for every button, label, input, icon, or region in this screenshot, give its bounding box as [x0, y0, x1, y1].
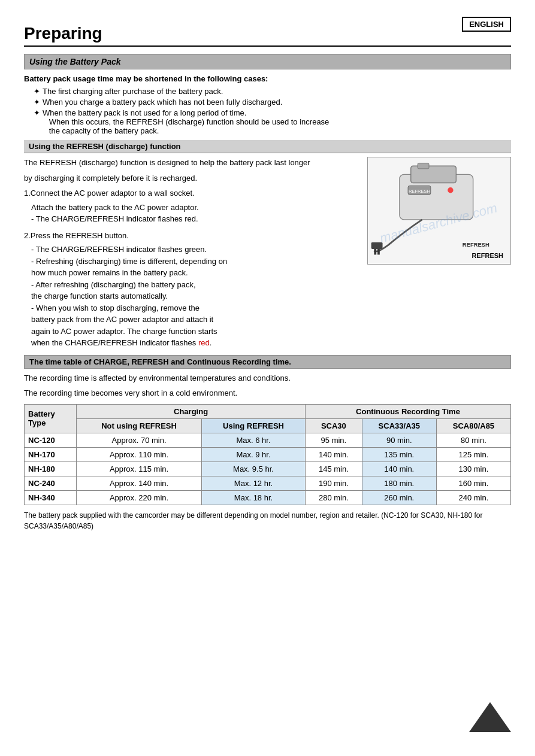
warning-text: Battery pack usage time may be shortened…	[24, 74, 511, 83]
subsection2-header: Using the REFRESH (discharge) function	[24, 140, 511, 153]
svg-point-5	[448, 187, 453, 193]
cell-not-refresh: Approx. 70 min.	[77, 433, 202, 447]
cell-sca33: 90 min.	[362, 433, 436, 447]
page-number-container: 23	[469, 702, 511, 732]
cell-battery-type: NH-180	[25, 462, 77, 476]
table-row: NH-170 Approx. 110 min. Max. 9 hr. 140 m…	[25, 447, 511, 462]
refresh-label: REFRESH	[471, 252, 503, 259]
cell-sca80: 130 min.	[436, 462, 510, 476]
step2-sub9: when the CHARGE/REFRESH indicator flashe…	[31, 337, 358, 349]
intro-text2: by discharging it completely before it i…	[24, 172, 358, 184]
cell-not-refresh: Approx. 220 min.	[77, 490, 202, 505]
timetable-note2: The recording time becomes very short in…	[24, 387, 511, 399]
table-row: NH-180 Approx. 115 min. Max. 9.5 hr. 145…	[25, 462, 511, 476]
svg-text:REFRESH: REFRESH	[409, 189, 430, 194]
step2-sub1: - The CHARGE/REFRESH indicator flashes g…	[31, 244, 358, 256]
step2-sub6: - When you wish to stop discharging, rem…	[31, 302, 358, 314]
cell-sca30: 140 min.	[306, 447, 362, 462]
bullet-list: ✦ The first charging after purchase of t…	[34, 87, 511, 135]
refresh-text: The REFRESH (discharge) function is desi…	[24, 157, 358, 349]
cell-sca30: 145 min.	[306, 462, 362, 476]
step2-sub5: the charge function starts automatically…	[31, 290, 358, 302]
cell-sca80: 125 min.	[436, 447, 510, 462]
timetable-note1: The recording time is affected by enviro…	[24, 372, 511, 384]
cell-sca30: 280 min.	[306, 490, 362, 505]
col-continuous: Continuous Recording Time	[306, 404, 511, 418]
bullet-symbol: ✦	[34, 87, 40, 96]
step2-sub2: - Refreshing (discharging) time is diffe…	[31, 256, 358, 268]
title-divider	[24, 45, 511, 47]
bullet-text: When you charge a battery pack which has…	[43, 98, 282, 107]
cell-using-refresh: Max. 9.5 hr.	[202, 462, 306, 476]
bullet-text: The first charging after purchase of the…	[43, 87, 223, 96]
cell-sca33: 260 min.	[362, 490, 436, 505]
page-triangle	[469, 702, 511, 732]
cell-not-refresh: Approx. 115 min.	[77, 462, 202, 476]
svg-rect-2	[418, 163, 429, 168]
bullet-symbol: ✦	[34, 108, 40, 135]
charge-table: BatteryType Charging Continuous Recordin…	[24, 404, 511, 505]
list-item: ✦ When the battery pack is not used for …	[34, 108, 511, 135]
cell-not-refresh: Approx. 110 min.	[77, 447, 202, 462]
refresh-section: The REFRESH (discharge) function is desi…	[24, 157, 511, 349]
language-badge: ENGLISH	[462, 17, 511, 32]
cell-sca33: 135 min.	[362, 447, 436, 462]
step1-main: 1.Connect the AC power adaptor to a wall…	[24, 187, 358, 199]
intro-text1: The REFRESH (discharge) function is desi…	[24, 157, 358, 169]
cell-sca30: 95 min.	[306, 433, 362, 447]
list-item: ✦ When you charge a battery pack which h…	[34, 98, 511, 107]
cell-sca33: 180 min.	[362, 476, 436, 490]
step2-sub8: again to AC power adaptor. The charge fu…	[31, 326, 358, 338]
cell-not-refresh: Approx. 140 min.	[77, 476, 202, 490]
cell-battery-type: NH-170	[25, 447, 77, 462]
device-image: REFRESH REFRESH REFRESH	[367, 157, 511, 265]
table-row: NC-240 Approx. 140 min. Max. 12 hr. 190 …	[25, 476, 511, 490]
cell-battery-type: NC-120	[25, 433, 77, 447]
step2-sub4: - After refreshing (discharging) the bat…	[31, 279, 358, 291]
cell-sca80: 80 min.	[436, 433, 510, 447]
cell-sca30: 190 min.	[306, 476, 362, 490]
col-sca30: SCA30	[306, 418, 362, 433]
cell-battery-type: NC-240	[25, 476, 77, 490]
step2-sub7: battery pack from the AC power adaptor a…	[31, 314, 358, 326]
page-number-triangle-wrapper: 23	[469, 702, 511, 732]
timetable-header: The time table of CHARGE, REFRESH and Co…	[24, 355, 511, 369]
page-number: 23	[461, 749, 472, 756]
cell-using-refresh: Max. 18 hr.	[202, 490, 306, 505]
section1-header: Using the Battery Pack	[24, 54, 511, 69]
list-item: ✦ The first charging after purchase of t…	[34, 87, 511, 96]
cell-sca80: 160 min.	[436, 476, 510, 490]
col-using-refresh: Using REFRESH	[202, 418, 306, 433]
step1-sub2: - The CHARGE/REFRESH indicator flashes r…	[31, 213, 358, 225]
cell-using-refresh: Max. 9 hr.	[202, 447, 306, 462]
col-not-refresh: Not using REFRESH	[77, 418, 202, 433]
cell-battery-type: NH-340	[25, 490, 77, 505]
table-row: NC-120 Approx. 70 min. Max. 6 hr. 95 min…	[25, 433, 511, 447]
page-title: Preparing	[24, 24, 511, 43]
svg-text:REFRESH: REFRESH	[463, 241, 489, 248]
cell-using-refresh: Max. 12 hr.	[202, 476, 306, 490]
step2-sub3: how much power remains in the battery pa…	[31, 267, 358, 279]
svg-rect-7	[374, 249, 376, 254]
step1-sub1: Attach the battery pack to the AC power …	[31, 202, 358, 214]
device-image-container: REFRESH REFRESH REFRESH	[367, 157, 511, 349]
bullet-text: When the battery pack is not used for a …	[43, 108, 329, 135]
svg-rect-6	[371, 242, 383, 249]
charger-svg: REFRESH REFRESH	[368, 157, 510, 259]
table-row: NH-340 Approx. 220 min. Max. 18 hr. 280 …	[25, 490, 511, 505]
step2-main: 2.Press the REFRESH button.	[24, 230, 358, 242]
cell-sca33: 140 min.	[362, 462, 436, 476]
cell-sca80: 240 min.	[436, 490, 510, 505]
svg-rect-8	[377, 249, 380, 254]
col-battery-type: BatteryType	[25, 404, 77, 433]
col-sca80: SCA80/A85	[436, 418, 510, 433]
bullet-symbol: ✦	[34, 98, 40, 107]
cell-using-refresh: Max. 6 hr.	[202, 433, 306, 447]
footer-note: The battery pack supplied with the camco…	[24, 510, 511, 532]
col-sca33: SCA33/A35	[362, 418, 436, 433]
col-charging: Charging	[77, 404, 306, 418]
